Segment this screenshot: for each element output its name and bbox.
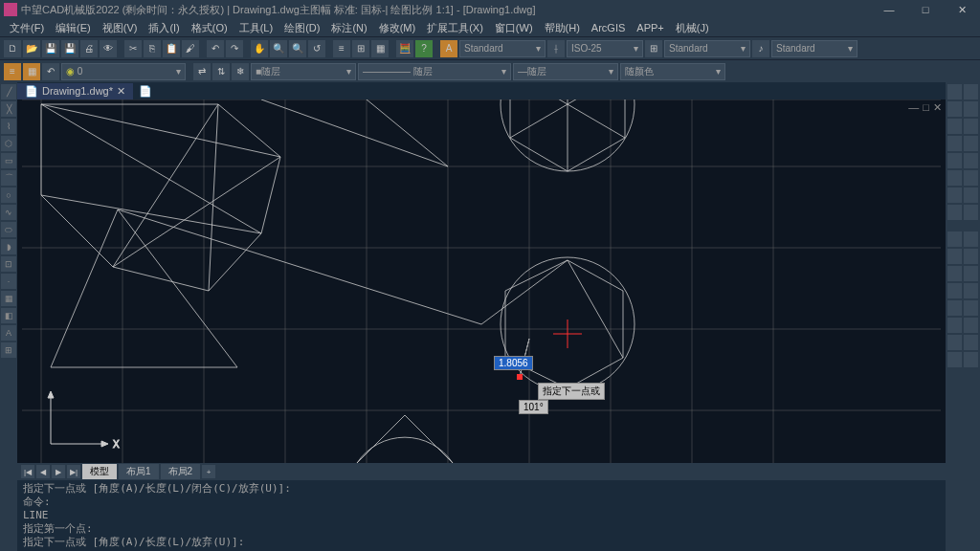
open-button[interactable]: 📂 <box>23 40 40 57</box>
match-button[interactable]: 🖌 <box>182 40 199 57</box>
dyn-length[interactable]: 1.8056 <box>494 356 533 370</box>
minimize-button[interactable]: — <box>875 1 903 18</box>
region-tool[interactable]: ◧ <box>1 308 16 323</box>
table-tool[interactable]: ⊞ <box>1 342 16 358</box>
mdi-close[interactable]: ✕ <box>933 101 942 114</box>
dim-tol[interactable] <box>964 318 978 333</box>
array-tool[interactable] <box>947 119 962 134</box>
dimstyle-icon[interactable]: ⟊ <box>547 40 565 57</box>
new-tab-button[interactable]: 📄 <box>133 85 158 98</box>
point-tool[interactable]: · <box>1 274 16 289</box>
menu-draw[interactable]: 绘图(D) <box>278 19 325 37</box>
tab-next[interactable]: ▶ <box>52 465 65 478</box>
earc-tool[interactable]: ◗ <box>1 239 16 254</box>
layerprev-button[interactable]: ↶ <box>42 63 59 80</box>
tab-add[interactable]: + <box>202 465 215 478</box>
menu-file[interactable]: 文件(F) <box>4 19 50 37</box>
lineweight-select[interactable]: — 随层▾ <box>513 63 618 80</box>
erase-tool[interactable] <box>947 84 962 99</box>
line-tool[interactable]: ╱ <box>1 84 16 99</box>
model-tab[interactable]: 模型 <box>82 464 117 479</box>
fillet-tool[interactable] <box>947 205 962 220</box>
break-tool[interactable] <box>964 170 978 186</box>
preview-button[interactable]: 👁 <box>100 40 117 57</box>
command-panel[interactable]: 指定下一点或 [角度(A)/长度(L)/闭合(C)/放弃(U)]: 命令: LI… <box>17 480 946 551</box>
linetype-select[interactable]: ————— 随层▾ <box>358 63 511 80</box>
ellipse-tool[interactable]: ⬭ <box>1 222 16 237</box>
rotate-tool[interactable] <box>947 136 962 151</box>
spline-tool[interactable]: ∿ <box>1 205 16 220</box>
dc-button[interactable]: ⊞ <box>352 40 369 57</box>
menu-arcgis[interactable]: ArcGIS <box>586 20 631 35</box>
print-button[interactable]: 🖨 <box>80 40 98 57</box>
menu-ext[interactable]: 扩展工具(X) <box>421 19 489 37</box>
mirror-tool[interactable] <box>947 101 962 117</box>
textstyle-icon[interactable]: A <box>440 40 457 57</box>
dim-cont[interactable] <box>964 300 978 316</box>
zoomwin-button[interactable]: 🔍 <box>289 40 306 57</box>
menu-tools[interactable]: 工具(L) <box>234 19 278 37</box>
layerfreeze-button[interactable]: ❄ <box>232 63 249 80</box>
dim-ord[interactable] <box>964 249 978 264</box>
document-tab[interactable]: 📄 Drawing1.dwg* ✕ <box>17 83 133 99</box>
save-button[interactable]: 💾 <box>42 40 59 57</box>
layout2-tab[interactable]: 布局2 <box>161 464 201 479</box>
tablestyle-select[interactable]: Standard▾ <box>664 40 750 57</box>
join-tool[interactable] <box>947 187 962 203</box>
color-select[interactable]: ■ 随层▾ <box>251 63 356 80</box>
textstyle-select[interactable]: Standard▾ <box>459 40 546 57</box>
dim-aligned[interactable] <box>964 231 978 247</box>
layout1-tab[interactable]: 布局1 <box>119 464 159 479</box>
block-tool[interactable]: ⊡ <box>1 256 16 272</box>
mdi-min[interactable]: — <box>908 101 919 114</box>
arc-tool[interactable]: ⌒ <box>1 170 16 186</box>
menu-app[interactable]: APP+ <box>631 20 669 35</box>
tab-last[interactable]: ▶| <box>67 465 80 478</box>
dim-tedit[interactable] <box>947 352 962 367</box>
maximize-button[interactable]: □ <box>911 1 940 18</box>
menu-mech[interactable]: 机械(J) <box>670 19 715 37</box>
menu-help[interactable]: 帮助(H) <box>539 19 586 37</box>
menu-insert[interactable]: 插入(I) <box>143 19 185 37</box>
close-button[interactable]: ✕ <box>947 1 976 18</box>
dim-arc[interactable] <box>947 249 962 264</box>
dyn-angle[interactable]: 101° <box>519 400 548 414</box>
tab-first[interactable]: |◀ <box>21 465 34 478</box>
tp-button[interactable]: ▦ <box>371 40 389 57</box>
scale-tool[interactable] <box>964 136 978 151</box>
dim-edit[interactable] <box>964 335 978 350</box>
layermatch-button[interactable]: ⇄ <box>193 63 211 80</box>
tab-close-icon[interactable]: ✕ <box>117 85 125 98</box>
chamfer-tool[interactable] <box>964 187 978 203</box>
copy-button[interactable]: ⎘ <box>144 40 161 57</box>
copy-tool[interactable] <box>964 84 978 99</box>
tablestyle-icon[interactable]: ⊞ <box>645 40 662 57</box>
help-button[interactable]: ? <box>415 40 433 57</box>
tab-prev[interactable]: ◀ <box>36 465 50 478</box>
cline-tool[interactable]: ╳ <box>1 101 16 117</box>
layermove-button[interactable]: ⇅ <box>212 63 230 80</box>
zoom-button[interactable]: 🔍 <box>270 40 287 57</box>
pline-tool[interactable]: ⌇ <box>1 119 16 134</box>
mdi-max[interactable]: □ <box>923 101 929 114</box>
redo-button[interactable]: ↷ <box>226 40 243 57</box>
extend-tool[interactable] <box>947 170 962 186</box>
new-button[interactable]: 🗋 <box>4 40 21 57</box>
layer-select[interactable]: ◉ 0▾ <box>61 63 186 80</box>
text-tool[interactable]: A <box>1 325 16 341</box>
hatch-tool[interactable]: ▦ <box>1 291 16 306</box>
rect-tool[interactable]: ▭ <box>1 153 16 168</box>
layeriso-button[interactable]: ▦ <box>23 63 40 80</box>
dim-linear[interactable] <box>947 231 962 247</box>
menu-view[interactable]: 视图(V) <box>97 19 144 37</box>
menu-window[interactable]: 窗口(W) <box>489 19 539 37</box>
circle-tool[interactable]: ○ <box>1 187 16 203</box>
offset-tool[interactable] <box>964 101 978 117</box>
move-tool[interactable] <box>964 119 978 134</box>
mlstyle-select[interactable]: Standard▾ <box>771 40 858 57</box>
undo-button[interactable]: ↶ <box>207 40 224 57</box>
cut-button[interactable]: ✂ <box>124 40 142 57</box>
calc-button[interactable]: 🧮 <box>396 40 413 57</box>
saveas-button[interactable]: 💾 <box>61 40 78 57</box>
paste-button[interactable]: 📋 <box>163 40 180 57</box>
